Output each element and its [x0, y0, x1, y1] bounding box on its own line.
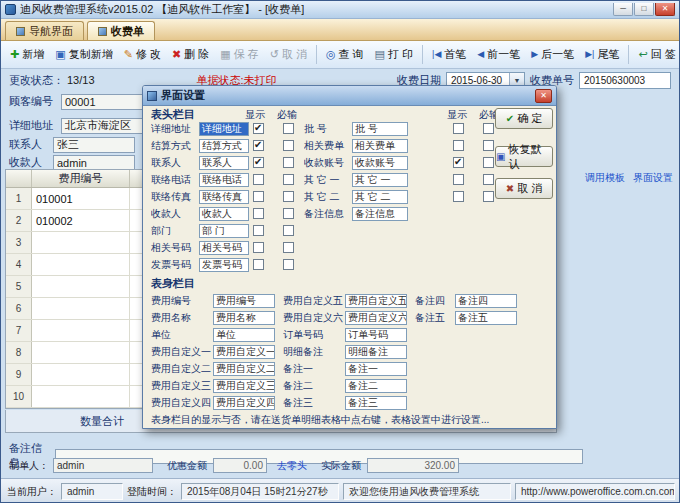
field-input[interactable]: 联络传真: [199, 190, 249, 204]
field-input[interactable]: 其 它 一: [352, 173, 408, 187]
required-checkbox[interactable]: [483, 123, 494, 134]
field-input[interactable]: 部 门: [199, 224, 249, 238]
required-checkbox[interactable]: [483, 174, 494, 185]
fee-no-cell[interactable]: [32, 320, 130, 341]
address-input[interactable]: 北京市海淀区: [61, 118, 143, 134]
field-input[interactable]: 发票号码: [199, 258, 249, 272]
field-input[interactable]: 其 它 二: [352, 190, 408, 204]
discount-input[interactable]: 0.00: [213, 458, 267, 473]
delete-button[interactable]: ✖删 除: [167, 43, 214, 66]
dialog-close-button[interactable]: ✕: [535, 89, 552, 103]
field-input[interactable]: 相关号码: [199, 241, 249, 255]
fee-no-cell[interactable]: [32, 298, 130, 319]
display-checkbox[interactable]: [453, 174, 464, 185]
required-checkbox[interactable]: [283, 225, 294, 236]
tab-navigation[interactable]: 导航界面: [5, 21, 84, 40]
last-record-button[interactable]: ▶|尾笔: [580, 43, 624, 66]
field-input[interactable]: 备注二: [345, 379, 407, 393]
required-checkbox[interactable]: [283, 174, 294, 185]
ui-settings-link[interactable]: 界面设置: [633, 171, 673, 185]
fee-no-column-header[interactable]: 费用编号: [32, 170, 130, 187]
fee-no-cell[interactable]: [32, 254, 130, 275]
fee-no-cell[interactable]: 010001: [32, 188, 130, 209]
contact-input[interactable]: 张三: [53, 137, 135, 153]
print-button[interactable]: ▤打 印: [370, 43, 418, 66]
required-checkbox[interactable]: [283, 191, 294, 202]
required-checkbox[interactable]: [283, 157, 294, 168]
field-input[interactable]: 结算方式: [199, 139, 249, 153]
minimize-button[interactable]: ─: [613, 3, 633, 16]
field-input[interactable]: 备注五: [455, 311, 517, 325]
display-checkbox[interactable]: [253, 174, 264, 185]
field-input[interactable]: 明细备注: [345, 345, 407, 359]
fee-no-cell[interactable]: 010002: [32, 210, 130, 231]
display-checkbox[interactable]: [453, 191, 464, 202]
display-checkbox[interactable]: [253, 208, 264, 219]
next-record-button[interactable]: ▶后一笔: [526, 43, 579, 66]
dialog-titlebar[interactable]: 界面设置 ✕: [143, 86, 556, 106]
save-button[interactable]: ▦保 存: [215, 43, 263, 66]
required-checkbox[interactable]: [483, 191, 494, 202]
required-checkbox[interactable]: [283, 123, 294, 134]
field-input[interactable]: 费用自定义四: [213, 396, 275, 410]
display-checkbox[interactable]: [253, 123, 264, 134]
field-input[interactable]: 费用自定义三: [213, 379, 275, 393]
display-checkbox[interactable]: [253, 242, 264, 253]
field-input[interactable]: 备注三: [345, 396, 407, 410]
customer-no-input[interactable]: 00001: [61, 94, 143, 110]
field-input[interactable]: 单位: [213, 328, 275, 342]
display-checkbox[interactable]: [253, 225, 264, 236]
required-checkbox[interactable]: [283, 259, 294, 270]
field-input[interactable]: 费用编号: [213, 294, 275, 308]
required-checkbox[interactable]: [283, 208, 294, 219]
display-checkbox[interactable]: [453, 123, 464, 134]
query-button[interactable]: ◎查 询: [321, 43, 369, 66]
field-input[interactable]: 批 号: [352, 122, 408, 136]
close-button[interactable]: ✕: [655, 3, 675, 16]
display-checkbox[interactable]: [253, 157, 264, 168]
receipt-no-input[interactable]: 20150630003: [579, 72, 671, 89]
field-input[interactable]: 订单号码: [345, 328, 407, 342]
display-checkbox[interactable]: [253, 191, 264, 202]
field-input[interactable]: 收款人: [199, 207, 249, 221]
field-input[interactable]: 备注一: [345, 362, 407, 376]
field-input[interactable]: 备注信息: [352, 207, 408, 221]
field-input[interactable]: 费用名称: [213, 311, 275, 325]
field-input[interactable]: 费用自定义二: [213, 362, 275, 376]
field-input[interactable]: 备注四: [455, 294, 517, 308]
display-checkbox[interactable]: [253, 140, 264, 151]
sign-back-button[interactable]: ↩回 签▾: [633, 43, 680, 66]
display-checkbox[interactable]: [453, 157, 464, 168]
modify-button[interactable]: ✎修 改: [119, 43, 166, 66]
cancel-button[interactable]: ↺取 消: [265, 43, 312, 66]
required-checkbox[interactable]: [483, 140, 494, 151]
field-input[interactable]: 相关费单: [352, 139, 408, 153]
display-checkbox[interactable]: [453, 140, 464, 151]
fee-no-cell[interactable]: [32, 342, 130, 363]
ok-button[interactable]: ✔ 确 定: [495, 108, 553, 129]
field-input[interactable]: 费用自定义五: [345, 294, 407, 308]
field-input[interactable]: 联系人: [199, 156, 249, 170]
dialog-cancel-button[interactable]: ✖ 取 消: [495, 178, 553, 199]
maker-input[interactable]: admin: [53, 458, 153, 473]
previous-record-button[interactable]: ◀前一笔: [472, 43, 525, 66]
new-button[interactable]: ✚新增: [5, 43, 49, 66]
field-input[interactable]: 费用自定义一: [213, 345, 275, 359]
required-checkbox[interactable]: [483, 157, 494, 168]
display-checkbox[interactable]: [253, 259, 264, 270]
field-input[interactable]: 详细地址: [199, 122, 249, 136]
restore-default-button[interactable]: ▣ 恢复默认: [495, 146, 553, 167]
fee-no-cell[interactable]: [32, 364, 130, 385]
field-input[interactable]: 联络电话: [199, 173, 249, 187]
maximize-button[interactable]: □: [634, 3, 654, 16]
fee-no-cell[interactable]: [32, 276, 130, 297]
trim-change-button[interactable]: 去零头: [277, 459, 307, 473]
field-input[interactable]: 收款账号: [352, 156, 408, 170]
tab-fee-receipt[interactable]: 收费单: [87, 21, 155, 40]
fee-no-cell[interactable]: [32, 232, 130, 253]
call-template-link[interactable]: 调用模板: [585, 171, 625, 185]
first-record-button[interactable]: |◀首笔: [427, 43, 471, 66]
field-input[interactable]: 费用自定义六: [345, 311, 407, 325]
required-checkbox[interactable]: [283, 140, 294, 151]
fee-no-cell[interactable]: [32, 386, 130, 407]
